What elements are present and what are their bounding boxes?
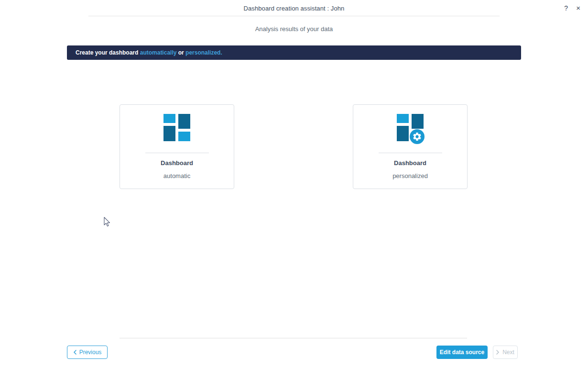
tile: [397, 126, 409, 141]
chevron-right-icon: [496, 350, 500, 355]
page-subtitle: Analysis results of your data: [0, 25, 588, 33]
dashboard-personalized-card[interactable]: Dashboard personalized: [353, 104, 468, 189]
dashboard-tiles-gear-icon: [397, 114, 424, 142]
edit-data-source-label: Edit data source: [440, 349, 484, 356]
dashboard-automatic-card[interactable]: Dashboard automatic: [120, 104, 234, 189]
tile: [178, 114, 190, 129]
dashboard-tiles-icon: [163, 114, 190, 142]
card-title: Dashboard: [394, 159, 426, 167]
header-divider: [88, 16, 500, 16]
info-banner: Create your dashboard automatically or p…: [67, 45, 521, 60]
tile: [163, 126, 175, 141]
tile: [163, 114, 175, 123]
banner-text: Create your dashboard: [76, 49, 140, 56]
edit-data-source-button[interactable]: Edit data source: [436, 346, 488, 359]
tile: [412, 114, 424, 129]
card-subtitle: personalized: [392, 172, 428, 179]
previous-button[interactable]: Previous: [67, 346, 108, 359]
mouse-cursor-icon: [103, 217, 110, 227]
next-button-label: Next: [502, 349, 514, 356]
previous-button-label: Previous: [79, 349, 102, 356]
footer-divider: [120, 338, 467, 338]
banner-text: .: [220, 49, 222, 56]
tile: [178, 132, 190, 141]
card-divider: [379, 153, 442, 153]
page-title: Dashboard creation assistant : John: [0, 5, 588, 12]
help-icon[interactable]: ?: [564, 4, 568, 12]
close-icon[interactable]: ×: [576, 4, 580, 12]
gear-icon: [410, 129, 425, 144]
card-title: Dashboard: [161, 159, 193, 167]
card-divider: [145, 153, 209, 153]
tile: [397, 114, 409, 123]
banner-text: or: [176, 49, 185, 56]
chevron-left-icon: [73, 350, 76, 355]
card-subtitle: automatic: [163, 172, 190, 179]
personalized-link[interactable]: personalized: [185, 49, 220, 56]
next-button[interactable]: Next: [493, 346, 518, 359]
automatically-link[interactable]: automatically: [140, 49, 177, 56]
